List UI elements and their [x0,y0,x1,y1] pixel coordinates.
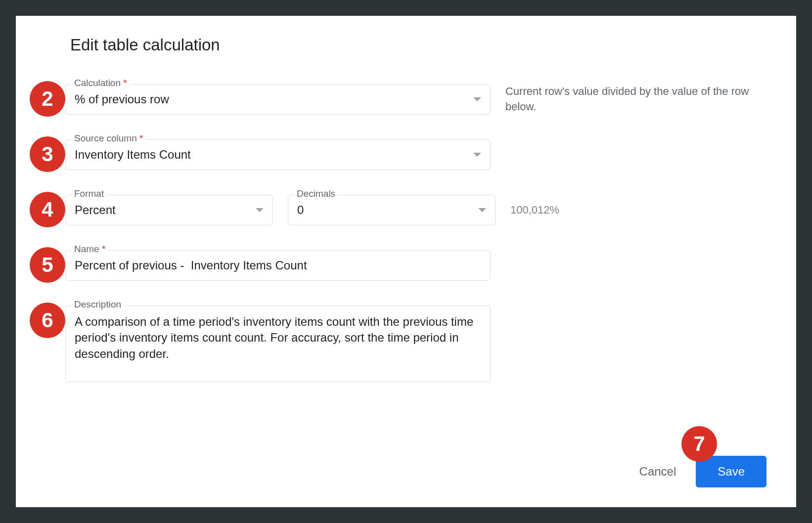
format-value: Percent [75,203,116,217]
name-input[interactable] [75,259,481,272]
annotation-badge-2: 2 [30,81,65,117]
annotation-badge-4: 4 [30,192,65,227]
annotation-badge-5: 5 [30,247,65,283]
decimals-select[interactable]: 0 [288,195,496,225]
calculation-helper-text: Current row's value divided by the value… [505,84,767,115]
chevron-down-icon [256,208,264,212]
cancel-button[interactable]: Cancel [639,465,677,479]
chevron-down-icon [473,153,481,157]
annotation-badge-6: 6 [30,303,65,338]
decimals-label: Decimals [294,188,338,199]
form-area: 2 Calculation * % of previous row Curren… [65,84,767,441]
decimals-value: 0 [297,203,304,217]
source-column-select[interactable]: Inventory Items Count [65,139,491,170]
format-row: 4 Format Percent Decimals 0 100,012% [65,195,767,225]
calculation-row: 2 Calculation * % of previous row Curren… [65,84,767,115]
calculation-label: Calculation * [71,78,130,88]
chevron-down-icon [478,208,486,212]
description-row: 6 Description [65,305,767,384]
calculation-value: % of previous row [75,92,169,106]
save-button[interactable]: Save [696,456,767,487]
source-column-row: 3 Source column * Inventory Items Count [65,139,767,170]
calculation-select[interactable]: % of previous row [65,84,491,115]
name-row: 5 Name * [65,250,767,281]
name-input-wrapper [65,250,491,281]
dialog-title: Edit table calculation [70,36,767,54]
annotation-badge-7: 7 [681,426,717,462]
annotation-badge-3: 3 [30,136,65,172]
format-hint: 100,012% [510,204,559,217]
source-column-value: Inventory Items Count [75,148,191,162]
description-textarea[interactable] [65,305,491,382]
edit-table-calculation-dialog: Edit table calculation 2 Calculation * %… [16,16,796,507]
name-label: Name * [71,244,108,255]
format-select[interactable]: Percent [65,195,273,225]
format-label: Format [71,188,107,199]
dialog-actions: 7 Cancel Save [65,456,767,487]
source-column-label: Source column * [71,133,146,144]
description-label: Description [71,299,124,310]
chevron-down-icon [473,97,481,101]
